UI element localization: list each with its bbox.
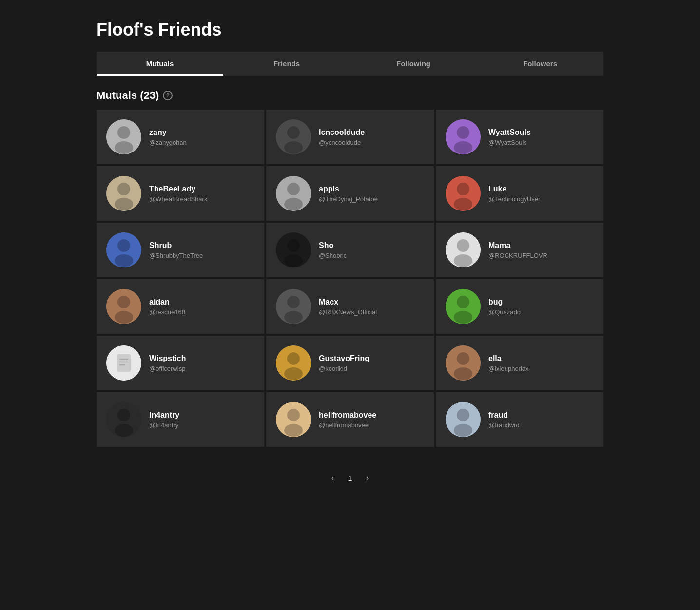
section-title: Mutuals (23) ? (97, 89, 603, 102)
friend-username: @koorikid (319, 365, 369, 372)
svg-point-16 (457, 183, 469, 195)
friend-info: zany @zanygohan (149, 128, 187, 146)
friend-card[interactable]: Shrub @ShrubbyTheTree (97, 223, 264, 277)
svg-point-1 (117, 126, 130, 139)
svg-point-11 (115, 198, 133, 210)
friend-card[interactable]: WyattSouls @WyattSouls (436, 110, 603, 164)
svg-point-43 (284, 367, 303, 380)
friend-card[interactable]: appls @TheDying_Potatoe (266, 166, 434, 221)
svg-point-20 (115, 254, 133, 267)
avatar (446, 402, 481, 437)
friend-username: @ixieuphoriax (488, 365, 529, 372)
svg-point-17 (454, 198, 472, 210)
tab-mutuals[interactable]: Mutuals (97, 52, 223, 76)
friend-info: Sho @Shobric (319, 241, 347, 259)
friend-info: WyattSouls @WyattSouls (488, 128, 531, 146)
svg-point-45 (457, 352, 469, 365)
svg-point-19 (117, 239, 130, 252)
help-icon[interactable]: ? (163, 91, 173, 100)
page-number: 1 (348, 474, 352, 482)
friend-card[interactable]: hellfromabovee @hellfromabovee (266, 392, 434, 447)
friend-card[interactable]: GustavoFring @koorikid (266, 336, 434, 390)
friend-username: @zanygohan (149, 139, 187, 146)
friend-card[interactable]: aidan @rescue168 (97, 279, 264, 334)
friend-name: hellfromabovee (319, 411, 376, 419)
svg-point-23 (284, 254, 303, 267)
friend-info: In4antry @In4antry (149, 411, 179, 429)
svg-point-25 (457, 239, 469, 252)
tab-following[interactable]: Following (350, 52, 477, 76)
svg-rect-37 (117, 354, 131, 372)
avatar (106, 402, 141, 437)
friend-name: Shrub (149, 241, 203, 250)
tab-friends[interactable]: Friends (223, 52, 350, 76)
avatar (446, 345, 481, 381)
pagination: ‹ 1 › (97, 461, 603, 495)
friend-card[interactable]: Mama @ROCKRUFFLOVR (436, 223, 603, 277)
friend-info: fraud @fraudwrd (488, 411, 520, 429)
svg-point-22 (287, 239, 300, 252)
svg-point-26 (454, 254, 472, 267)
friend-username: @hellfromabovee (319, 421, 376, 429)
friend-name: TheBeeLady (149, 185, 207, 193)
next-page-button[interactable]: › (362, 471, 372, 485)
friend-card[interactable]: bug @Quazado (436, 279, 603, 334)
friend-card[interactable]: Sho @Shobric (266, 223, 434, 277)
friend-username: @ROCKRUFFLOVR (488, 252, 547, 259)
friend-username: @RBXNews_Official (319, 308, 377, 316)
prev-page-button[interactable]: ‹ (328, 471, 338, 485)
svg-point-32 (284, 311, 303, 324)
friend-info: bug @Quazado (488, 298, 521, 316)
friend-info: Wispstich @officerwisp (149, 354, 186, 372)
avatar (106, 232, 141, 267)
friend-card[interactable]: Icncooldude @ycncooldude (266, 110, 434, 164)
friend-info: hellfromabovee @hellfromabovee (319, 411, 376, 429)
svg-point-13 (287, 183, 300, 195)
svg-point-5 (284, 141, 303, 154)
friend-card[interactable]: Luke @TechnologyUser (436, 166, 603, 221)
svg-point-55 (454, 424, 472, 437)
friend-card[interactable]: Wispstich @officerwisp (97, 336, 264, 390)
avatar (446, 232, 481, 267)
tab-followers[interactable]: Followers (477, 52, 603, 76)
svg-point-2 (115, 141, 133, 154)
friend-username: @In4antry (149, 421, 179, 429)
avatar (106, 345, 141, 381)
page-title: Floof's Friends (97, 19, 603, 40)
friend-card[interactable]: zany @zanygohan (97, 110, 264, 164)
avatar (276, 232, 311, 267)
svg-point-29 (115, 311, 133, 324)
svg-point-51 (287, 409, 300, 421)
friend-info: Shrub @ShrubbyTheTree (149, 241, 203, 259)
svg-point-34 (457, 296, 469, 308)
avatar (276, 119, 311, 154)
tabs-container: Mutuals Friends Following Followers (97, 52, 603, 76)
friend-name: Luke (488, 185, 540, 193)
avatar (276, 345, 311, 381)
svg-point-48 (117, 409, 130, 421)
friend-name: Macx (319, 298, 377, 306)
friend-info: Macx @RBXNews_Official (319, 298, 377, 316)
svg-point-28 (117, 296, 130, 308)
friend-info: Luke @TechnologyUser (488, 185, 540, 203)
friend-info: aidan @rescue168 (149, 298, 185, 316)
friend-username: @TechnologyUser (488, 195, 540, 203)
friend-card[interactable]: Macx @RBXNews_Official (266, 279, 434, 334)
friend-info: ella @ixieuphoriax (488, 354, 529, 372)
friend-card[interactable]: In4antry @In4antry (97, 392, 264, 447)
svg-point-54 (457, 409, 469, 421)
friend-username: @WyattSouls (488, 139, 531, 146)
svg-point-4 (287, 126, 300, 139)
friends-grid: zany @zanygohan Icncooldude @ycncooldude (97, 110, 603, 447)
friend-card[interactable]: fraud @fraudwrd (436, 392, 603, 447)
svg-point-8 (454, 141, 472, 154)
friend-card[interactable]: TheBeeLady @WheatBreadShark (97, 166, 264, 221)
avatar (276, 289, 311, 324)
main-container: Floof's Friends Mutuals Friends Followin… (82, 0, 618, 515)
friend-card[interactable]: ella @ixieuphoriax (436, 336, 603, 390)
friend-name: Wispstich (149, 354, 186, 363)
avatar (276, 176, 311, 211)
friend-username: @Quazado (488, 308, 521, 316)
friend-username: @ycncooldude (319, 139, 365, 146)
friend-name: zany (149, 128, 187, 137)
